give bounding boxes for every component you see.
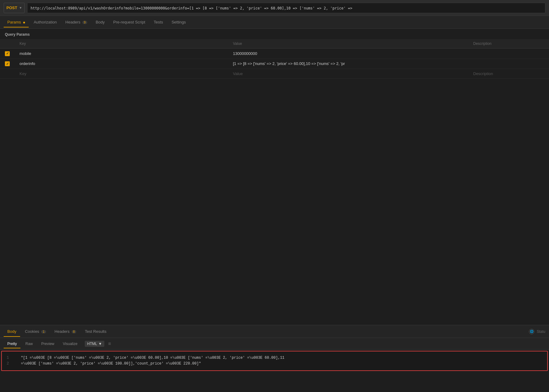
line-number: 2 bbox=[7, 361, 12, 367]
checkbox-cell[interactable] bbox=[0, 49, 15, 59]
response-tab-bar: Body Cookies 1 Headers 8 Test Results 🌐 … bbox=[0, 325, 549, 338]
format-chevron-icon: ▼ bbox=[99, 342, 102, 346]
param-key-0[interactable]: mobile bbox=[15, 49, 228, 59]
chevron-down-icon: ▼ bbox=[19, 6, 22, 9]
response-status-area: 🌐 Statu bbox=[529, 329, 545, 334]
line-content: "[1 =\u003E [8 =\u003E ['nums' =\u003E 2… bbox=[16, 355, 542, 361]
empty-value[interactable]: Value bbox=[228, 69, 468, 79]
empty-key[interactable]: Key bbox=[15, 69, 228, 79]
body-tab-pretty[interactable]: Pretty bbox=[4, 339, 20, 348]
tab-body[interactable]: Body bbox=[92, 17, 109, 27]
table-row: orderinfo [1 => [8 => ['nums' => 2, 'pri… bbox=[0, 59, 549, 69]
response-tab-test-results[interactable]: Test Results bbox=[81, 326, 110, 337]
param-desc-0[interactable] bbox=[468, 49, 549, 59]
cookies-badge: 1 bbox=[41, 330, 46, 333]
tab-settings[interactable]: Settings bbox=[168, 17, 189, 27]
format-label: HTML bbox=[87, 342, 97, 346]
line-number: 1 bbox=[7, 355, 12, 361]
body-tab-visualize[interactable]: Visualize bbox=[59, 339, 81, 348]
request-tab-bar: Params Authorization Headers 9 Body Pre-… bbox=[0, 16, 549, 29]
param-key-1[interactable]: orderinfo bbox=[15, 59, 228, 69]
tab-params[interactable]: Params bbox=[4, 17, 29, 27]
tab-tests[interactable]: Tests bbox=[150, 17, 167, 27]
response-tab-headers[interactable]: Headers 8 bbox=[51, 326, 80, 337]
th-checkbox bbox=[0, 39, 15, 49]
section-title: Query Params bbox=[0, 29, 549, 39]
url-input[interactable]: http://localhost:8989/api/v1/washOrderin… bbox=[27, 3, 545, 13]
row-checkbox-1[interactable] bbox=[5, 61, 10, 66]
body-tab-preview[interactable]: Preview bbox=[38, 339, 58, 348]
response-tab-cookies[interactable]: Cookies 1 bbox=[21, 326, 50, 337]
params-section: Query Params Key Value Description mobil… bbox=[0, 29, 549, 325]
line-content: =\u003E ['nums' =\u003E 2, 'price' =\u00… bbox=[16, 361, 542, 367]
th-value: Value bbox=[228, 39, 468, 49]
body-tab-bar: Pretty Raw Preview Visualize HTML ▼ ≡ bbox=[0, 338, 549, 350]
code-line: 2 =\u003E ['nums' =\u003E 2, 'price' =\u… bbox=[7, 361, 542, 367]
tab-headers[interactable]: Headers 9 bbox=[62, 17, 91, 27]
url-bar: POST ▼ http://localhost:8989/api/v1/wash… bbox=[0, 0, 549, 16]
code-line: 1 "[1 =\u003E [8 =\u003E ['nums' =\u003E… bbox=[7, 355, 542, 361]
body-tab-raw[interactable]: Raw bbox=[22, 339, 36, 348]
param-value-0[interactable]: 13000000000 bbox=[228, 49, 468, 59]
checkbox-cell[interactable] bbox=[0, 59, 15, 69]
empty-checkbox-cell bbox=[0, 69, 15, 79]
method-label: POST bbox=[6, 5, 17, 10]
th-key: Key bbox=[15, 39, 228, 49]
response-section: Body Cookies 1 Headers 8 Test Results 🌐 … bbox=[0, 325, 549, 392]
param-value-1[interactable]: [1 => [8 => ['nums' => 2, 'price' => 60.… bbox=[228, 59, 468, 69]
main-content: Query Params Key Value Description mobil… bbox=[0, 29, 549, 392]
tab-prerequest[interactable]: Pre-request Script bbox=[109, 17, 149, 27]
globe-icon: 🌐 bbox=[529, 329, 534, 334]
params-dot bbox=[23, 22, 25, 23]
code-output: 1 "[1 =\u003E [8 =\u003E ['nums' =\u003E… bbox=[1, 351, 548, 371]
th-description: Description bbox=[468, 39, 549, 49]
wrap-icon[interactable]: ≡ bbox=[108, 341, 111, 347]
param-desc-1[interactable] bbox=[468, 59, 549, 69]
method-select[interactable]: POST ▼ bbox=[4, 3, 25, 13]
format-select[interactable]: HTML ▼ bbox=[85, 341, 105, 347]
empty-desc[interactable]: Description bbox=[468, 69, 549, 79]
table-empty-row: Key Value Description bbox=[0, 69, 549, 79]
status-label: Statu bbox=[537, 329, 545, 334]
table-row: mobile 13000000000 bbox=[0, 49, 549, 59]
tab-authorization[interactable]: Authorization bbox=[30, 17, 60, 27]
params-table: Key Value Description mobile 13000000000… bbox=[0, 39, 549, 79]
resp-headers-badge: 8 bbox=[72, 330, 77, 333]
response-tab-body[interactable]: Body bbox=[4, 326, 20, 337]
row-checkbox-0[interactable] bbox=[5, 51, 10, 56]
headers-badge: 9 bbox=[82, 21, 87, 24]
